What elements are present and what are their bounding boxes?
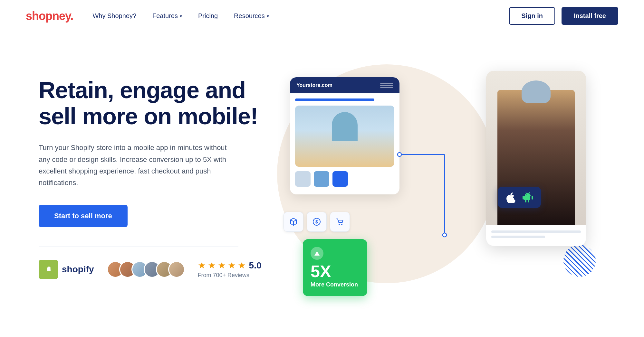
- phone-main: Yourstore.com: [290, 77, 399, 194]
- svg-marker-12: [314, 251, 320, 256]
- icon-pills: $: [284, 212, 350, 232]
- avatar-6: [168, 261, 185, 278]
- nav-features[interactable]: Features ▾: [152, 12, 182, 20]
- install-button[interactable]: Install free: [562, 7, 618, 25]
- hero-left: Retain, engage and sell more on mobile! …: [39, 58, 264, 279]
- hero-title: Retain, engage and sell more on mobile!: [39, 77, 264, 129]
- phone-header: Yourstore.com: [290, 77, 399, 93]
- rating-count: From 700+ Reviews: [198, 272, 262, 279]
- phone-search-bar: [295, 98, 374, 101]
- android-icon: [522, 192, 533, 203]
- hero-description: Turn your Shopify store into a mobile ap…: [39, 142, 238, 189]
- hero-right: Yourstore.com: [264, 58, 605, 315]
- hat: [522, 80, 551, 103]
- product-person: [295, 106, 394, 167]
- star-3-icon: ★: [218, 260, 226, 271]
- logo[interactable]: shopney.: [26, 9, 73, 23]
- conversion-label: More Conversion: [311, 281, 360, 288]
- swatch-3: [332, 171, 348, 187]
- phone-sec-footer: [486, 225, 586, 246]
- rating-value: 5.0: [249, 260, 262, 271]
- features-chevron-icon: ▾: [180, 14, 182, 19]
- svg-point-2: [49, 271, 50, 272]
- dollar-icon-pill: $: [307, 212, 327, 232]
- nav-why-shopney[interactable]: Why Shopney?: [92, 12, 136, 20]
- header-line-3: [380, 87, 393, 88]
- shopify-label: shopify: [62, 264, 94, 275]
- conversion-up-icon: [311, 247, 323, 260]
- svg-point-10: [339, 224, 340, 225]
- header-lines: [380, 83, 393, 88]
- hero-social-proof: shopify ★ ★ ★ ★ ★ 5.0 From 700: [39, 260, 264, 279]
- stars-row: ★ ★ ★ ★ ★ 5.0: [198, 260, 262, 271]
- cta-button[interactable]: Start to sell more: [39, 205, 128, 227]
- swatch-2: [314, 171, 329, 187]
- platform-badge: [498, 187, 541, 208]
- striped-circle-decoration: [563, 245, 596, 277]
- signin-button[interactable]: Sign in: [509, 7, 555, 25]
- swatch-1: [295, 171, 311, 187]
- header-line-2: [380, 85, 393, 86]
- star-1-icon: ★: [198, 260, 206, 271]
- conversion-multiplier: 5X: [311, 263, 360, 280]
- hero-section: Retain, engage and sell more on mobile! …: [0, 32, 644, 337]
- nav-actions: Sign in Install free: [509, 7, 618, 25]
- resources-chevron-icon: ▾: [267, 14, 269, 19]
- cart-icon-pill: [330, 212, 350, 232]
- sec-line-1: [491, 230, 581, 233]
- conversion-card: 5X More Conversion: [303, 239, 367, 296]
- star-4-icon: ★: [228, 260, 236, 271]
- star-2-icon: ★: [208, 260, 216, 271]
- apple-icon: [505, 192, 516, 203]
- reviewer-avatars: [107, 261, 185, 278]
- svg-text:$: $: [315, 219, 318, 224]
- phone-product-image: [295, 106, 394, 167]
- nav-resources[interactable]: Resources ▾: [234, 12, 269, 20]
- svg-point-11: [341, 224, 342, 225]
- phone-body: [290, 93, 399, 194]
- phone-secondary: [486, 71, 586, 246]
- nav-pricing[interactable]: Pricing: [198, 12, 218, 20]
- hero-divider: [39, 247, 238, 247]
- box-icon-pill: [284, 212, 303, 232]
- product-arch: [332, 112, 358, 141]
- rating-block: ★ ★ ★ ★ ★ 5.0 From 700+ Reviews: [198, 260, 262, 279]
- navbar: shopney. Why Shopney? Features ▾ Pricing…: [0, 0, 644, 32]
- star-5-icon: ★: [238, 260, 246, 271]
- color-swatches: [295, 171, 394, 187]
- shopify-bag-icon: [39, 260, 58, 279]
- shopify-logo: shopify: [39, 260, 94, 279]
- sec-line-2: [491, 236, 545, 238]
- nav-links: Why Shopney? Features ▾ Pricing Resource…: [92, 12, 509, 20]
- svg-point-1: [47, 271, 48, 272]
- store-url: Yourstore.com: [296, 82, 332, 88]
- header-line-1: [380, 83, 393, 84]
